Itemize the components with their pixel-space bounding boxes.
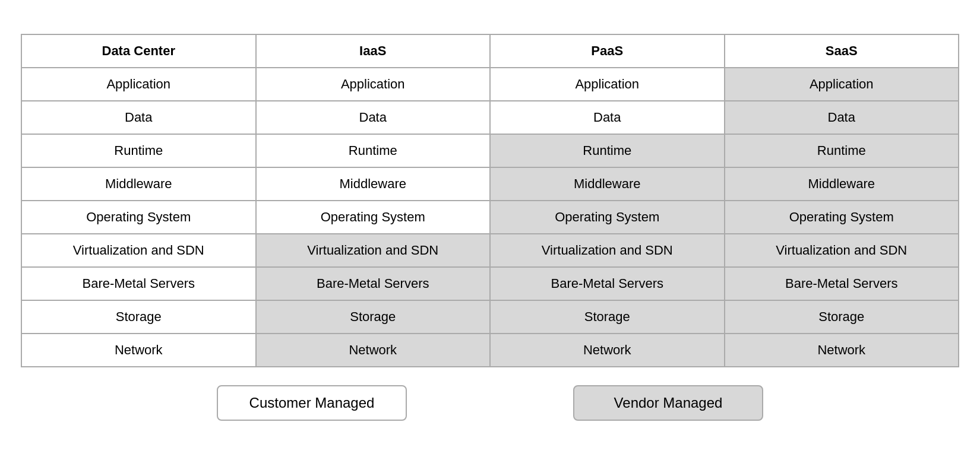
cell-r2-c2: Runtime [490, 134, 725, 167]
cell-r1-c3: Data [725, 101, 959, 134]
cell-r4-c1: Operating System [256, 201, 491, 234]
cell-r5-c2: Virtualization and SDN [490, 234, 725, 267]
cell-r0-c1: Application [256, 68, 491, 101]
header-saas: SaaS [725, 34, 959, 68]
cell-r4-c2: Operating System [490, 201, 725, 234]
table-row: Bare-Metal ServersBare-Metal ServersBare… [21, 267, 959, 300]
cell-r7-c0: Storage [21, 300, 256, 334]
cell-r6-c0: Bare-Metal Servers [21, 267, 256, 300]
table-row: Virtualization and SDNVirtualization and… [21, 234, 959, 267]
table-row: MiddlewareMiddlewareMiddlewareMiddleware [21, 167, 959, 201]
cell-r6-c2: Bare-Metal Servers [490, 267, 725, 300]
cell-r2-c3: Runtime [725, 134, 959, 167]
table-row: RuntimeRuntimeRuntimeRuntime [21, 134, 959, 167]
cell-r8-c0: Network [21, 334, 256, 367]
cell-r3-c3: Middleware [725, 167, 959, 201]
cell-r5-c1: Virtualization and SDN [256, 234, 491, 267]
header-datacenter: Data Center [21, 34, 256, 68]
cell-r2-c1: Runtime [256, 134, 491, 167]
header-iaas: IaaS [256, 34, 491, 68]
cell-r8-c1: Network [256, 334, 491, 367]
cell-r6-c1: Bare-Metal Servers [256, 267, 491, 300]
cloud-comparison-table: Data Center IaaS PaaS SaaS ApplicationAp… [21, 34, 959, 367]
table-row: StorageStorageStorageStorage [21, 300, 959, 334]
cell-r1-c1: Data [256, 101, 491, 134]
cell-r7-c3: Storage [725, 300, 959, 334]
main-container: Data Center IaaS PaaS SaaS ApplicationAp… [21, 34, 959, 421]
cell-r8-c3: Network [725, 334, 959, 367]
cell-r7-c1: Storage [256, 300, 491, 334]
cell-r4-c0: Operating System [21, 201, 256, 234]
cell-r3-c0: Middleware [21, 167, 256, 201]
cell-r2-c0: Runtime [21, 134, 256, 167]
cell-r8-c2: Network [490, 334, 725, 367]
table-row: DataDataDataData [21, 101, 959, 134]
legend-row: Customer Managed Vendor Managed [21, 385, 959, 421]
cell-r6-c3: Bare-Metal Servers [725, 267, 959, 300]
cell-r0-c2: Application [490, 68, 725, 101]
cell-r7-c2: Storage [490, 300, 725, 334]
cell-r3-c1: Middleware [256, 167, 491, 201]
header-row: Data Center IaaS PaaS SaaS [21, 34, 959, 68]
table-row: Operating SystemOperating SystemOperatin… [21, 201, 959, 234]
cell-r3-c2: Middleware [490, 167, 725, 201]
cell-r5-c0: Virtualization and SDN [21, 234, 256, 267]
table-row: ApplicationApplicationApplicationApplica… [21, 68, 959, 101]
cell-r0-c0: Application [21, 68, 256, 101]
header-paas: PaaS [490, 34, 725, 68]
cell-r4-c3: Operating System [725, 201, 959, 234]
table-row: NetworkNetworkNetworkNetwork [21, 334, 959, 367]
cell-r1-c0: Data [21, 101, 256, 134]
cell-r1-c2: Data [490, 101, 725, 134]
customer-managed-legend: Customer Managed [217, 385, 407, 421]
cell-r5-c3: Virtualization and SDN [725, 234, 959, 267]
cell-r0-c3: Application [725, 68, 959, 101]
vendor-managed-legend: Vendor Managed [573, 385, 763, 421]
